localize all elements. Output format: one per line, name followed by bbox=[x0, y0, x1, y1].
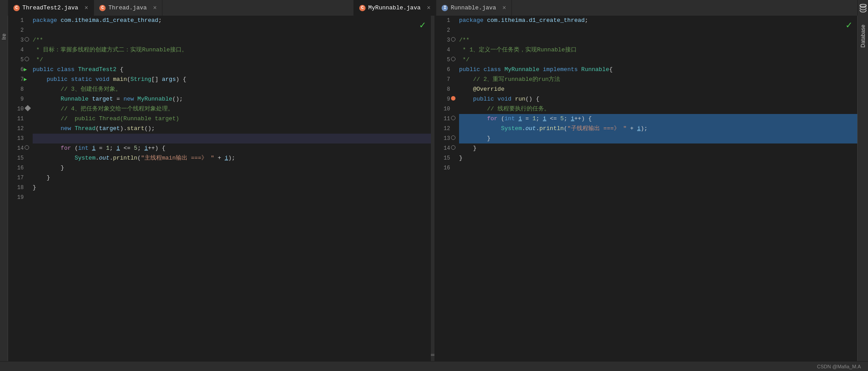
line-num: 11 bbox=[434, 114, 450, 124]
code-line: for (int i = 1; i <= 5; i++) { bbox=[459, 114, 857, 124]
code-line: // 4、把任务对象交给一个线程对象处理。 bbox=[33, 104, 431, 114]
code-line: package com.itheima.d1_create_thread; bbox=[459, 16, 857, 25]
split-handle[interactable]: ⟺ bbox=[431, 16, 434, 361]
code-line: // 3、创建任务对象。 bbox=[33, 84, 431, 94]
tab-icon-thread: C bbox=[99, 5, 106, 11]
code-scroll-right[interactable]: 1 package com.itheima.d1_create_thread; … bbox=[434, 16, 857, 361]
table-row: 16 } bbox=[8, 163, 431, 173]
tab-close-myrunnable[interactable]: × bbox=[423, 4, 430, 12]
gutter bbox=[24, 16, 33, 25]
code-line: } bbox=[33, 173, 431, 183]
line-num: 7 bbox=[434, 75, 450, 84]
table-row: 9 public void run() { bbox=[434, 94, 857, 104]
code-line: /** bbox=[459, 35, 857, 45]
code-line bbox=[459, 25, 857, 35]
code-line: * 1、定义一个任务类，实现Runnable接口 bbox=[459, 45, 857, 55]
code-line: } bbox=[33, 163, 431, 173]
line-num: 3 bbox=[8, 35, 24, 45]
tab-thread[interactable]: C Thread.java × bbox=[94, 0, 162, 16]
line-num: 13 bbox=[434, 134, 450, 143]
table-row: 4 * 1、定义一个任务类，实现Runnable接口 bbox=[434, 45, 857, 55]
line-num: 5 bbox=[8, 55, 24, 65]
tab-close-thread[interactable]: × bbox=[149, 4, 157, 12]
code-line bbox=[33, 25, 431, 35]
tab-close-thread-test2[interactable]: × bbox=[81, 4, 88, 12]
gutter bbox=[450, 55, 459, 65]
code-line: * 目标：掌握多线程的创建方式二：实现Runnable接口。 bbox=[33, 45, 431, 55]
gutter bbox=[24, 193, 33, 202]
left-strip bbox=[0, 0, 8, 16]
line-num: 8 bbox=[8, 84, 24, 94]
tab-runnable[interactable]: I Runnable.java × bbox=[436, 0, 512, 16]
code-line: } bbox=[459, 134, 857, 143]
line-num: 3 bbox=[434, 35, 450, 45]
database-sidebar-toggle[interactable] bbox=[857, 0, 868, 16]
line-num: 2 bbox=[434, 25, 450, 35]
line-num: 1 bbox=[434, 16, 450, 25]
code-line: public class MyRunnable implements Runna… bbox=[459, 65, 857, 75]
gutter bbox=[450, 153, 459, 163]
gutter: ▶ bbox=[24, 65, 33, 75]
code-line bbox=[459, 163, 857, 173]
line-num: 14 bbox=[434, 143, 450, 153]
gutter bbox=[24, 104, 33, 114]
table-row: 13 bbox=[8, 134, 431, 143]
line-num: 6 bbox=[434, 65, 450, 75]
table-row: 14 } bbox=[434, 143, 857, 153]
code-scroll-left[interactable]: 1 package com.itheima.d1_create_thread; … bbox=[8, 16, 431, 361]
gutter bbox=[24, 55, 33, 65]
line-num: 16 bbox=[8, 163, 24, 173]
database-icon bbox=[859, 3, 867, 13]
table-row: 1 package com.itheima.d1_create_thread; bbox=[434, 16, 857, 25]
code-line: System.out.println("主线程main输出 ===》 " + i… bbox=[33, 153, 431, 163]
tab-label-myrunnable: MyRunnable.java bbox=[368, 4, 421, 11]
gutter bbox=[24, 173, 33, 183]
svg-point-0 bbox=[860, 4, 866, 6]
checkmark-right: ✓ bbox=[846, 19, 852, 31]
line-num: 12 bbox=[434, 124, 450, 134]
line-num: 12 bbox=[8, 124, 24, 134]
table-row: 7 // 2、重写runnable的run方法 bbox=[434, 75, 857, 84]
table-row: 10 // 线程要执行的任务。 bbox=[434, 104, 857, 114]
table-row: 17 } bbox=[8, 173, 431, 183]
table-row: 3 /** bbox=[8, 35, 431, 45]
gutter bbox=[24, 183, 33, 193]
tab-close-runnable[interactable]: × bbox=[499, 4, 506, 12]
code-line: */ bbox=[459, 55, 857, 65]
tab-myrunnable[interactable]: C MyRunnable.java × bbox=[354, 0, 436, 16]
tab-label-thread: Thread.java bbox=[108, 4, 147, 11]
table-row: 13 } bbox=[434, 134, 857, 143]
code-line: public static void main(String[] args) { bbox=[33, 75, 431, 84]
table-row: 8 @Override bbox=[434, 84, 857, 94]
table-row: 7 ▶ public static void main(String[] arg… bbox=[8, 75, 431, 84]
table-row: 1 package com.itheima.d1_create_thread; bbox=[8, 16, 431, 25]
line-num: 1 bbox=[8, 16, 24, 25]
code-line: public class ThreadTest2 { bbox=[33, 65, 431, 75]
code-line: public void run() { bbox=[459, 94, 857, 104]
bottom-credit: CSDN @Mafia_M.A bbox=[817, 364, 861, 369]
gutter bbox=[24, 35, 33, 45]
sidebar-right-label: Database bbox=[860, 25, 866, 47]
gutter bbox=[24, 114, 33, 124]
gutter: ▶ bbox=[24, 75, 33, 84]
table-row: 15 } bbox=[434, 153, 857, 163]
line-num: 6 bbox=[8, 65, 24, 75]
tab-thread-test2[interactable]: C ThreadTest2.java × bbox=[8, 0, 94, 16]
tab-icon-runnable: I bbox=[442, 5, 448, 11]
gutter bbox=[24, 84, 33, 94]
code-line: /** bbox=[33, 35, 431, 45]
gutter bbox=[450, 45, 459, 55]
table-row: 11 // public Thread(Runnable target) bbox=[8, 114, 431, 124]
gutter bbox=[450, 75, 459, 84]
table-row: 16 bbox=[434, 163, 857, 173]
left-sidebar-label: Ire bbox=[1, 34, 7, 40]
gutter bbox=[450, 35, 459, 45]
table-row: 8 // 3、创建任务对象。 bbox=[8, 84, 431, 94]
table-row: 18 } bbox=[8, 183, 431, 193]
table-row: 5 */ bbox=[8, 55, 431, 65]
table-row: 5 */ bbox=[434, 55, 857, 65]
table-row: 12 System.out.println("子线程输出 ===》 " + i)… bbox=[434, 124, 857, 134]
line-num: 15 bbox=[8, 153, 24, 163]
table-row: 11 for (int i = 1; i <= 5; i++) { bbox=[434, 114, 857, 124]
gutter bbox=[450, 94, 459, 104]
